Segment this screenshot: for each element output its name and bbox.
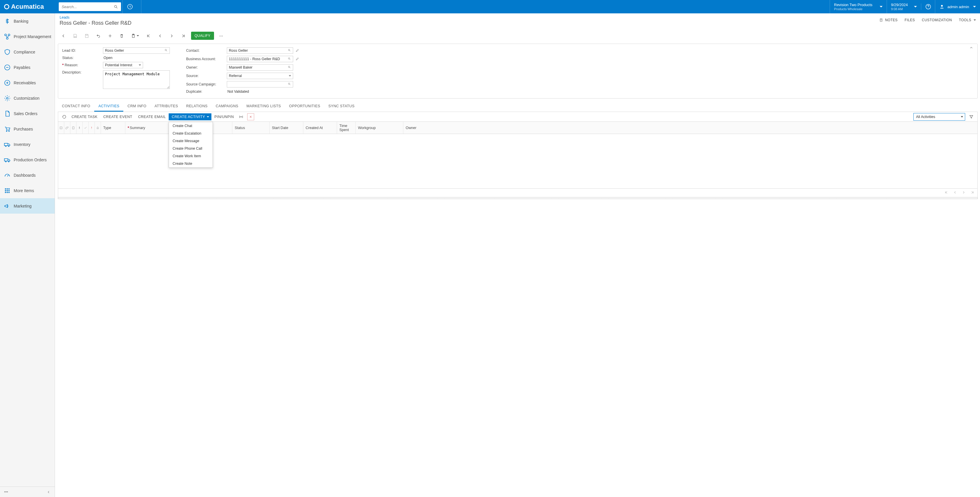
export-excel-button[interactable] xyxy=(247,113,254,120)
more-actions-button[interactable]: ⋯ xyxy=(216,32,226,40)
search-icon[interactable] xyxy=(288,82,292,86)
col-selector[interactable] xyxy=(58,122,64,134)
col-attachment[interactable] xyxy=(64,122,70,134)
help-button[interactable] xyxy=(921,3,935,10)
undo-button[interactable] xyxy=(93,31,104,40)
col-priority[interactable] xyxy=(89,122,95,134)
business-account-input[interactable]: 1111111111 - Ross Geller R&D xyxy=(227,56,293,62)
refresh-button[interactable] xyxy=(60,113,68,120)
last-record-button[interactable] xyxy=(178,31,189,40)
pager-prev-button[interactable] xyxy=(953,191,957,195)
files-button[interactable]: FILES xyxy=(905,18,915,22)
search-icon[interactable] xyxy=(113,2,118,11)
business-date-switcher[interactable]: 9/29/2024 9:08 AM xyxy=(887,0,921,13)
create-email-button[interactable]: CREATE EMAIL xyxy=(135,114,169,120)
sidebar-item-project-management[interactable]: Project Management xyxy=(0,29,55,44)
sidebar-item-more[interactable]: More Items xyxy=(0,183,55,198)
col-pin[interactable] xyxy=(76,122,83,134)
search-icon[interactable] xyxy=(164,49,169,52)
sidebar-item-marketing[interactable]: Marketing xyxy=(0,198,55,214)
col-complete[interactable] xyxy=(83,122,89,134)
collapse-sidebar-button[interactable] xyxy=(45,489,52,495)
source-select[interactable]: Referral xyxy=(227,73,293,79)
pager-last-button[interactable] xyxy=(970,191,974,195)
create-task-button[interactable]: CREATE TASK xyxy=(68,114,100,120)
col-workgroup[interactable]: Workgroup xyxy=(356,122,403,134)
more-dots-icon[interactable]: ••• xyxy=(3,489,9,495)
sidebar-item-banking[interactable]: Banking xyxy=(0,13,55,29)
col-reminder[interactable] xyxy=(95,122,101,134)
first-record-button[interactable] xyxy=(143,31,154,40)
fit-columns-button[interactable] xyxy=(237,113,245,120)
col-owner[interactable]: Owner xyxy=(403,122,441,134)
create-activity-button[interactable]: CREATE ACTIVITY xyxy=(169,113,212,120)
tab-activities[interactable]: ACTIVITIES xyxy=(94,102,123,112)
sidebar-item-receivables[interactable]: Receivables xyxy=(0,75,55,91)
sidebar-item-inventory[interactable]: Inventory xyxy=(0,137,55,152)
search-icon[interactable] xyxy=(288,49,292,52)
col-start-date[interactable]: Start Date xyxy=(270,122,303,134)
collapse-panel-button[interactable] xyxy=(969,46,974,51)
pager-first-button[interactable] xyxy=(944,191,948,195)
tab-campaigns[interactable]: CAMPAIGNS xyxy=(212,102,243,112)
menu-create-message[interactable]: Create Message xyxy=(169,137,213,145)
menu-create-work-item[interactable]: Create Work Item xyxy=(169,152,213,160)
add-button[interactable] xyxy=(104,31,115,40)
filter-button[interactable] xyxy=(967,113,976,120)
col-created-at[interactable]: Created At xyxy=(303,122,337,134)
user-menu[interactable]: admin admin xyxy=(935,0,980,13)
breadcrumb[interactable]: Leads xyxy=(60,16,70,19)
edit-ba-button[interactable] xyxy=(296,57,300,61)
sidebar-item-payables[interactable]: Payables xyxy=(0,60,55,75)
sidebar-item-purchases[interactable]: Purchases xyxy=(0,121,55,137)
lead-id-input[interactable]: Ross Geller xyxy=(103,48,170,54)
menu-create-phone-call[interactable]: Create Phone Call xyxy=(169,145,213,152)
source-campaign-input[interactable] xyxy=(227,81,293,87)
sidebar-item-customization[interactable]: Customization xyxy=(0,91,55,106)
search-icon[interactable] xyxy=(288,57,292,61)
save-close-button[interactable] xyxy=(81,31,92,40)
col-type[interactable]: Type xyxy=(101,122,125,134)
tab-attributes[interactable]: ATTRIBUTES xyxy=(150,102,182,112)
tab-contact-info[interactable]: CONTACT INFO xyxy=(58,102,94,112)
tab-sync-status[interactable]: SYNC STATUS xyxy=(324,102,358,112)
pager-next-button[interactable] xyxy=(962,191,966,195)
delete-button[interactable] xyxy=(116,31,127,40)
sidebar-item-production-orders[interactable]: Production Orders xyxy=(0,152,55,167)
create-event-button[interactable]: CREATE EVENT xyxy=(100,114,135,120)
tools-button[interactable]: TOOLS xyxy=(959,18,976,22)
sidebar-item-dashboards[interactable]: Dashboards xyxy=(0,167,55,183)
menu-create-chat[interactable]: Create Chat xyxy=(169,122,213,130)
reason-select[interactable]: Potential Interest xyxy=(103,62,143,68)
clipboard-button[interactable] xyxy=(128,31,142,40)
customization-button[interactable]: CUSTOMIZATION xyxy=(922,18,952,22)
logo[interactable]: Acumatica xyxy=(0,0,55,13)
activities-filter-select[interactable]: All Activities xyxy=(913,113,965,121)
col-note[interactable] xyxy=(70,122,76,134)
search-input[interactable] xyxy=(59,2,121,11)
search-icon[interactable] xyxy=(288,65,292,70)
qualify-button[interactable]: QUALIFY xyxy=(191,32,214,40)
col-status[interactable]: Status xyxy=(232,122,270,134)
save-button[interactable] xyxy=(70,31,81,40)
sidebar-item-sales-orders[interactable]: Sales Orders xyxy=(0,106,55,121)
sidebar-item-compliance[interactable]: Compliance xyxy=(0,44,55,60)
tab-crm-info[interactable]: CRM INFO xyxy=(123,102,150,112)
tab-opportunities[interactable]: OPPORTUNITIES xyxy=(285,102,324,112)
col-time-spent[interactable]: Time Spent xyxy=(337,122,356,134)
edit-contact-button[interactable] xyxy=(296,48,300,53)
prev-record-button[interactable] xyxy=(154,31,165,40)
notes-button[interactable]: NOTES xyxy=(879,18,897,22)
back-button[interactable] xyxy=(58,31,69,40)
owner-input[interactable]: Maxwell Baker xyxy=(227,64,293,71)
timeclock-button[interactable] xyxy=(123,3,137,10)
next-record-button[interactable] xyxy=(166,31,177,40)
menu-create-note[interactable]: Create Note xyxy=(169,160,213,167)
tab-marketing-lists[interactable]: MARKETING LISTS xyxy=(243,102,285,112)
pin-unpin-button[interactable]: PIN/UNPIN xyxy=(212,114,237,120)
menu-create-escalation[interactable]: Create Escalation xyxy=(169,130,213,137)
description-textarea[interactable] xyxy=(103,70,170,89)
tenant-switcher[interactable]: Revision Two Products Products Wholesale xyxy=(830,0,887,13)
contact-input[interactable]: Ross Geller xyxy=(227,48,293,54)
tab-relations[interactable]: RELATIONS xyxy=(182,102,212,112)
